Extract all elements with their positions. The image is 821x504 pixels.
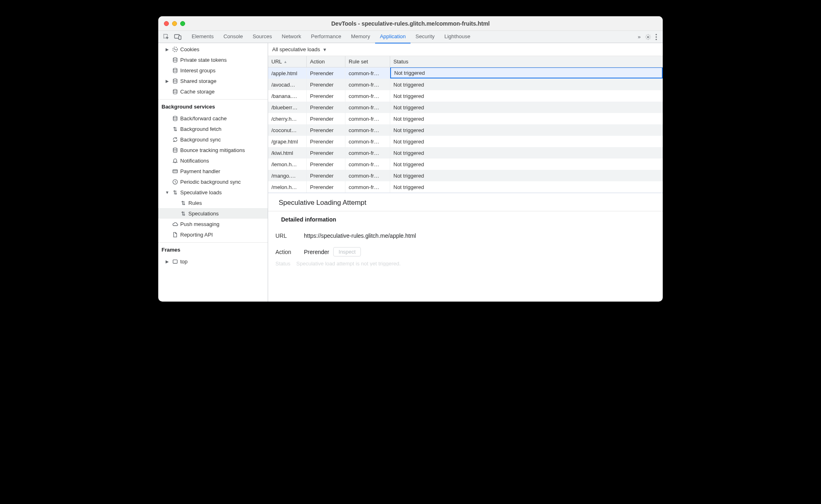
sidebar-item-cookies[interactable]: ▶Cookies — [158, 44, 268, 54]
chevron-right-icon[interactable]: ▶ — [165, 79, 170, 83]
col-url[interactable]: URL▲ — [268, 56, 307, 67]
sidebar-item-private-state-tokens[interactable]: Private state tokens — [158, 54, 268, 65]
detail-grid: URL https://speculative-rules.glitch.me/… — [268, 225, 663, 261]
db-icon — [171, 147, 179, 153]
sidebar-item-back-forward-cache[interactable]: Back/forward cache — [158, 113, 268, 124]
tab-elements[interactable]: Elements — [187, 30, 218, 43]
minimize-icon[interactable] — [172, 21, 177, 26]
sidebar-item-rules[interactable]: Rules — [158, 198, 268, 208]
col-ruleset[interactable]: Rule set — [345, 56, 390, 67]
cell-ruleset: common-fr… — [345, 90, 390, 102]
speculations-panel: All speculative loads ▼ URL▲ Action Rule… — [268, 43, 663, 302]
cell-ruleset: common-fr… — [345, 181, 390, 193]
table-row[interactable]: /cherry.h…Prerendercommon-fr…Not trigger… — [268, 113, 663, 124]
chevron-right-icon[interactable]: ▶ — [165, 47, 170, 52]
col-action[interactable]: Action — [307, 56, 345, 67]
inspect-element-icon[interactable] — [161, 34, 172, 40]
cell-url: /coconut… — [268, 124, 307, 136]
tab-lighthouse[interactable]: Lighthouse — [439, 30, 475, 43]
sync-icon — [171, 137, 179, 143]
tab-sources[interactable]: Sources — [248, 30, 277, 43]
table-row[interactable]: /lemon.h…Prerendercommon-fr…Not triggere… — [268, 159, 663, 170]
sidebar-item-label: Periodic background sync — [180, 179, 241, 185]
svg-rect-16 — [172, 169, 177, 173]
table-row[interactable]: /blueberr…Prerendercommon-fr…Not trigger… — [268, 102, 663, 113]
tab-network[interactable]: Network — [277, 30, 306, 43]
cell-ruleset: common-fr… — [345, 79, 390, 90]
sidebar-item-reporting-api[interactable]: Reporting API — [158, 229, 268, 240]
card-icon — [171, 168, 179, 174]
db-icon — [171, 57, 179, 63]
kebab-menu-icon[interactable] — [655, 34, 657, 40]
cell-status: Not triggered — [390, 147, 663, 159]
cell-url: /avocad… — [268, 79, 307, 90]
tab-console[interactable]: Console — [218, 30, 248, 43]
table-row[interactable]: /kiwi.htmlPrerendercommon-fr…Not trigger… — [268, 147, 663, 159]
dropdown-caret-icon: ▼ — [323, 47, 327, 52]
vswap-icon — [179, 211, 187, 217]
sidebar-section-background: Back/forward cacheBackground fetchBackgr… — [158, 112, 268, 240]
sidebar-item-cache-storage[interactable]: Cache storage — [158, 86, 268, 97]
svg-point-13 — [173, 89, 177, 91]
tabs-overflow-icon[interactable]: » — [633, 34, 645, 40]
settings-icon[interactable] — [645, 34, 651, 40]
sidebar-item-speculations[interactable]: Speculations — [158, 208, 268, 219]
cell-action: Prerender — [307, 102, 345, 113]
cell-ruleset: common-fr… — [345, 147, 390, 159]
table-row[interactable]: /melon.h…Prerendercommon-fr…Not triggere… — [268, 181, 663, 193]
cell-action: Prerender — [307, 124, 345, 136]
sidebar-item-periodic-background-sync[interactable]: Periodic background sync — [158, 176, 268, 187]
filter-bar[interactable]: All speculative loads ▼ — [268, 43, 663, 56]
svg-point-9 — [175, 49, 176, 50]
tab-security[interactable]: Security — [410, 30, 439, 43]
maximize-icon[interactable] — [180, 21, 185, 26]
tab-memory[interactable]: Memory — [346, 30, 375, 43]
svg-rect-2 — [179, 36, 181, 39]
sidebar-item-background-fetch[interactable]: Background fetch — [158, 124, 268, 134]
sidebar-header-background-services: Background services — [158, 99, 268, 112]
sidebar-item-payment-handler[interactable]: Payment handler — [158, 166, 268, 176]
sidebar-item-interest-groups[interactable]: Interest groups — [158, 65, 268, 76]
sidebar-item-bounce-tracking-mitigations[interactable]: Bounce tracking mitigations — [158, 145, 268, 155]
inspect-button[interactable]: Inspect — [333, 247, 361, 256]
sidebar-item-shared-storage[interactable]: ▶Shared storage — [158, 76, 268, 86]
table-body: /apple.htmlPrerendercommon-fr…Not trigge… — [268, 67, 663, 193]
sidebar-item-background-sync[interactable]: Background sync — [158, 134, 268, 145]
table-row[interactable]: /banana.…Prerendercommon-fr…Not triggere… — [268, 90, 663, 102]
svg-point-4 — [655, 34, 657, 35]
tab-application[interactable]: Application — [375, 30, 411, 43]
sidebar-item-notifications[interactable]: Notifications — [158, 155, 268, 166]
col-status[interactable]: Status — [390, 56, 663, 67]
table-row[interactable]: /grape.htmlPrerendercommon-fr…Not trigge… — [268, 136, 663, 147]
cell-ruleset: common-fr… — [345, 102, 390, 113]
sidebar-item-top[interactable]: ▶top — [158, 256, 268, 267]
device-toggle-icon[interactable] — [172, 34, 183, 40]
detail-label-url: URL — [275, 232, 304, 239]
chevron-down-icon[interactable]: ▼ — [165, 190, 170, 195]
cloud-icon — [171, 221, 179, 227]
titlebar: DevTools - speculative-rules.glitch.me/c… — [158, 16, 663, 31]
table-row[interactable]: /coconut…Prerendercommon-fr…Not triggere… — [268, 124, 663, 136]
cell-ruleset: common-fr… — [345, 113, 390, 124]
sidebar-item-speculative-loads[interactable]: ▼Speculative loads — [158, 187, 268, 198]
sidebar-item-label: Push messaging — [180, 221, 219, 227]
cell-status: Not triggered — [390, 181, 663, 193]
clock-icon — [171, 179, 179, 185]
cell-url: /grape.html — [268, 136, 307, 147]
table-row[interactable]: /apple.htmlPrerendercommon-fr…Not trigge… — [268, 67, 663, 79]
sidebar-item-label: Reporting API — [180, 232, 213, 238]
sidebar-item-label: Background fetch — [180, 126, 221, 132]
sort-asc-icon: ▲ — [284, 60, 287, 64]
cell-action: Prerender — [307, 147, 345, 159]
sidebar-item-label: Private state tokens — [180, 57, 227, 63]
tab-performance[interactable]: Performance — [306, 30, 346, 43]
application-sidebar: ▶CookiesPrivate state tokensInterest gro… — [158, 43, 268, 302]
cell-action: Prerender — [307, 170, 345, 181]
close-icon[interactable] — [164, 21, 169, 26]
svg-point-5 — [655, 36, 657, 37]
sidebar-item-push-messaging[interactable]: Push messaging — [158, 219, 268, 229]
table-row[interactable]: /avocad…Prerendercommon-fr…Not triggered — [268, 79, 663, 90]
chevron-right-icon[interactable]: ▶ — [165, 259, 170, 264]
detail-label-status: Status — [275, 261, 290, 266]
table-row[interactable]: /mango.…Prerendercommon-fr…Not triggered — [268, 170, 663, 181]
